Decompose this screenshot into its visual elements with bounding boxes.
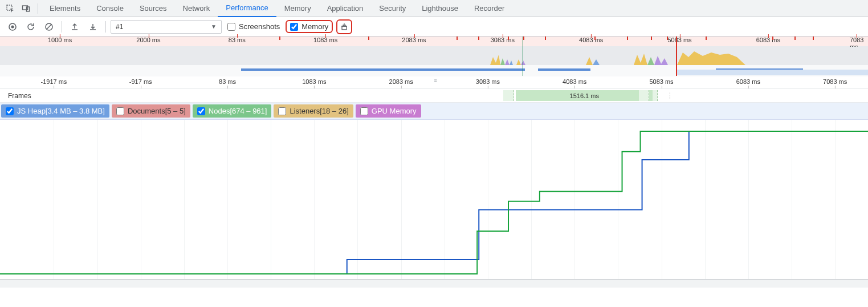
dr-tick: 83 ms xyxy=(219,78,236,85)
frame-duration: 1516.1 ms xyxy=(570,92,599,99)
tab-elements[interactable]: Elements xyxy=(42,0,88,17)
tab-recorder[interactable]: Recorder xyxy=(466,0,512,17)
memory-label: Memory xyxy=(301,22,328,31)
collect-garbage-button[interactable] xyxy=(336,19,352,34)
summary-bar xyxy=(0,280,868,288)
frame-block[interactable]: 1516.1 ms xyxy=(516,90,654,101)
ov-tick: 4083 ms xyxy=(579,37,603,43)
legend-nodes[interactable]: Nodes[674 – 961] xyxy=(193,104,272,118)
separator xyxy=(62,21,62,33)
ov-mem-fill xyxy=(677,70,868,75)
profile-selected-label: #1 xyxy=(116,23,123,31)
device-toggle-icon[interactable] xyxy=(18,0,34,17)
red-tick xyxy=(772,37,773,40)
memory-checkbox[interactable]: Memory xyxy=(286,20,333,33)
frames-track: 1516.1 ms xyxy=(0,90,868,101)
chevron-down-icon: ▼ xyxy=(211,23,217,30)
screenshots-checkbox-input[interactable] xyxy=(227,23,235,31)
record-button[interactable] xyxy=(5,19,21,35)
flame-peak xyxy=(634,51,668,65)
red-tick xyxy=(667,37,668,40)
tab-console[interactable]: Console xyxy=(88,0,132,17)
reload-record-button[interactable] xyxy=(23,19,39,35)
load-profile-button[interactable] xyxy=(67,19,83,35)
svg-marker-16 xyxy=(647,57,654,65)
frame-block[interactable] xyxy=(503,90,514,101)
legend-documents[interactable]: Documents[5 – 5] xyxy=(112,104,190,118)
ov-tick: 1000 ms xyxy=(48,37,72,43)
tab-network[interactable]: Network xyxy=(175,0,218,17)
overview-activity xyxy=(0,47,868,65)
separator xyxy=(105,21,106,33)
frame-block[interactable] xyxy=(639,90,649,101)
tab-lighthouse[interactable]: Lighthouse xyxy=(414,0,466,17)
svg-marker-12 xyxy=(521,60,525,65)
svg-marker-13 xyxy=(586,57,593,65)
frame-gap xyxy=(663,92,670,99)
red-tick xyxy=(627,37,628,40)
current-position-marker[interactable] xyxy=(676,37,677,76)
legend-gpu[interactable]: GPU Memory xyxy=(356,104,421,118)
legend-listeners[interactable]: Listeners[18 – 26] xyxy=(274,104,353,118)
svg-point-4 xyxy=(11,25,14,28)
red-tick xyxy=(813,37,814,40)
profile-selector[interactable]: #1 ▼ xyxy=(111,20,222,34)
tab-security[interactable]: Security xyxy=(371,0,414,17)
dr-tick: 4083 ms xyxy=(563,78,586,85)
flame-peak xyxy=(490,52,513,65)
tab-memory[interactable]: Memory xyxy=(276,0,319,17)
frames-lane[interactable]: Frames 1516.1 ms xyxy=(0,89,868,103)
dr-tick: -1917 ms xyxy=(40,78,67,85)
legend-js-heap[interactable]: JS Heap[3.4 MB – 3.8 MB] xyxy=(1,104,109,118)
red-tick xyxy=(545,37,546,40)
red-tick xyxy=(706,37,707,40)
ov-tick: 2000 ms xyxy=(136,37,160,43)
memory-chart[interactable] xyxy=(0,120,868,280)
detail-ruler[interactable]: -1917 ms -917 ms 83 ms 1083 ms 2083 ms 3… xyxy=(0,76,868,89)
red-tick xyxy=(794,37,796,40)
memory-chart-svg xyxy=(0,120,868,280)
svg-marker-18 xyxy=(677,51,745,65)
resize-grip[interactable]: ≡ xyxy=(434,78,438,83)
screenshots-label: Screenshots xyxy=(239,22,280,31)
svg-marker-9 xyxy=(505,59,510,65)
clear-button[interactable] xyxy=(41,19,57,35)
svg-marker-15 xyxy=(634,54,647,65)
ov-tick: 2083 ms xyxy=(402,37,426,43)
tab-performance[interactable]: Performance xyxy=(218,0,276,17)
red-tick xyxy=(457,37,458,40)
dr-tick: -917 ms xyxy=(129,78,152,85)
ov-tick: 6083 ms xyxy=(756,37,780,43)
screenshots-checkbox[interactable]: Screenshots xyxy=(224,21,283,32)
tab-sources[interactable]: Sources xyxy=(132,0,175,17)
ov-tick: 3083 ms xyxy=(491,37,515,43)
dr-tick: 7083 ms xyxy=(823,78,847,85)
dr-tick: 2083 ms xyxy=(389,78,413,85)
tab-application[interactable]: Application xyxy=(319,0,372,17)
overview-pane[interactable]: 1000 ms 2000 ms 83 ms 1083 ms 2083 ms 30… xyxy=(0,37,868,76)
ov-tick: 83 ms xyxy=(229,37,246,43)
performance-toolbar: #1 ▼ Screenshots Memory xyxy=(0,17,868,37)
net-bar xyxy=(451,68,525,71)
dr-tick: 1083 ms xyxy=(302,78,326,85)
save-profile-button[interactable] xyxy=(85,19,101,35)
dr-tick: 6083 ms xyxy=(736,78,760,85)
ov-tick: 1083 ms xyxy=(313,37,337,43)
svg-marker-14 xyxy=(593,59,600,65)
devtools-tabstrip: Elements Console Sources Network Perform… xyxy=(0,0,868,17)
flame-peak xyxy=(586,54,603,65)
inspect-icon[interactable] xyxy=(2,0,18,17)
svg-marker-10 xyxy=(510,60,513,65)
memory-legend-row: JS Heap[3.4 MB – 3.8 MB] Documents[5 – 5… xyxy=(0,103,868,120)
red-tick xyxy=(594,37,596,40)
overview-network xyxy=(0,65,868,76)
svg-line-6 xyxy=(47,25,51,29)
ov-tick: 5083 ms xyxy=(667,37,691,43)
frame-block[interactable] xyxy=(653,90,658,101)
net-bar xyxy=(538,68,590,71)
memory-checkbox-input[interactable] xyxy=(290,23,298,31)
svg-marker-7 xyxy=(490,55,500,65)
red-tick xyxy=(508,37,509,40)
svg-marker-11 xyxy=(516,59,521,65)
timestamp-marker xyxy=(523,37,523,76)
